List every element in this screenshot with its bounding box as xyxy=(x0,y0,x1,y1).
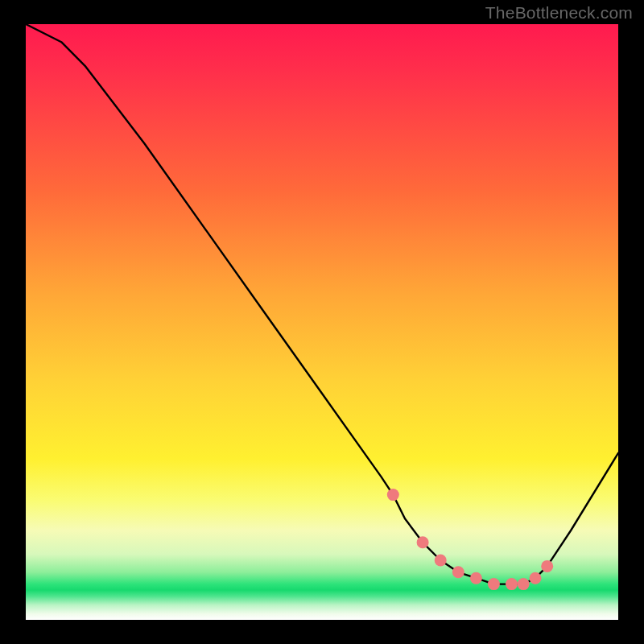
marker-dot xyxy=(470,572,482,584)
chart-frame: TheBottleneck.com xyxy=(0,0,644,644)
marker-dot xyxy=(530,572,542,584)
watermark-text: TheBottleneck.com xyxy=(485,3,633,23)
plot-area xyxy=(26,24,618,620)
curve-layer xyxy=(26,24,618,620)
bottleneck-curve-path xyxy=(26,24,618,584)
marker-dot xyxy=(541,560,553,572)
highlight-markers xyxy=(387,489,553,590)
marker-dot xyxy=(387,489,399,501)
marker-dot xyxy=(506,578,518,590)
marker-dot xyxy=(417,536,429,548)
marker-dot xyxy=(452,566,464,578)
marker-dot xyxy=(518,578,530,590)
marker-dot xyxy=(488,578,500,590)
marker-dot xyxy=(435,555,447,567)
